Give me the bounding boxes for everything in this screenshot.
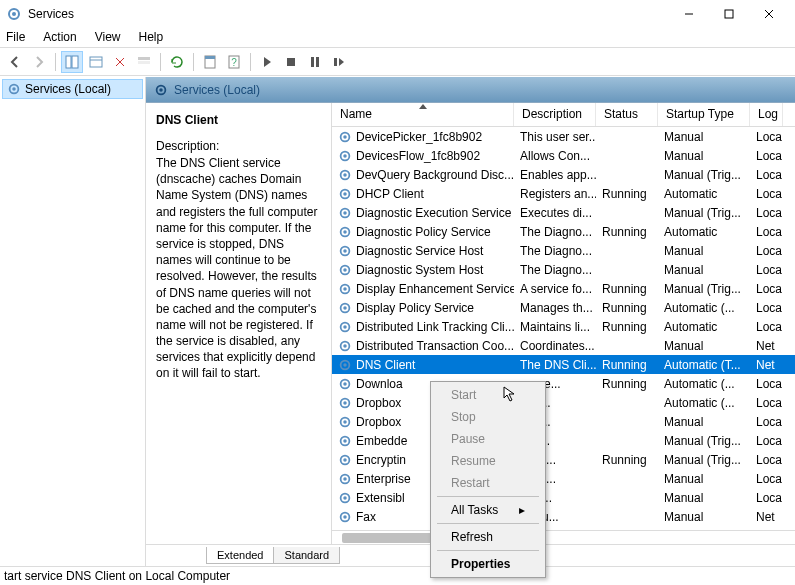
ctx-separator <box>437 496 539 497</box>
service-row[interactable]: Enterprises ent...ManualLoca <box>332 469 795 488</box>
ctx-resume[interactable]: Resume <box>433 450 543 472</box>
chevron-right-icon: ▸ <box>519 503 525 517</box>
svg-point-63 <box>343 477 347 481</box>
service-rows: DevicePicker_1fc8b902This user ser...Man… <box>332 127 795 530</box>
tab-standard[interactable]: Standard <box>273 547 340 564</box>
col-logon[interactable]: Log <box>750 103 783 126</box>
show-hide-tree-button[interactable] <box>61 51 83 73</box>
ctx-properties[interactable]: Properties <box>433 553 543 575</box>
svg-point-59 <box>343 439 347 443</box>
service-row[interactable]: Distributed Link Tracking Cli...Maintain… <box>332 317 795 336</box>
pane-header: Services (Local) <box>146 77 795 103</box>
svg-point-57 <box>343 420 347 424</box>
ctx-pause[interactable]: Pause <box>433 428 543 450</box>
service-row[interactable]: DHCP ClientRegisters an...RunningAutomat… <box>332 184 795 203</box>
svg-rect-15 <box>205 56 215 59</box>
col-description[interactable]: Description <box>514 103 596 126</box>
service-row[interactable]: Faxs you...ManualNet <box>332 507 795 526</box>
col-startup-type[interactable]: Startup Type <box>658 103 750 126</box>
service-row[interactable]: DevQuery Background Disc...Enables app..… <box>332 165 795 184</box>
service-row[interactable]: Diagnostic Service HostThe Diagno...Manu… <box>332 241 795 260</box>
service-row[interactable]: DNS ClientThe DNS Cli...RunningAutomatic… <box>332 355 795 374</box>
help-button[interactable]: ? <box>223 51 245 73</box>
close-button[interactable] <box>749 0 789 28</box>
menu-file[interactable]: File <box>4 28 27 47</box>
tab-extended[interactable]: Extended <box>206 547 274 564</box>
service-row[interactable]: Display Enhancement ServiceA service fo.… <box>332 279 795 298</box>
start-service-button[interactable] <box>256 51 278 73</box>
svg-point-39 <box>343 249 347 253</box>
service-row[interactable]: Display Policy ServiceManages th...Runni… <box>332 298 795 317</box>
pause-service-button[interactable] <box>304 51 326 73</box>
col-name[interactable]: Name <box>332 103 514 126</box>
stop-service-button[interactable] <box>280 51 302 73</box>
ctx-start[interactable]: Start <box>433 384 543 406</box>
description-pane: DNS Client Description: The DNS Client s… <box>146 103 332 544</box>
svg-point-1 <box>12 12 16 16</box>
services-icon <box>6 6 22 22</box>
restart-service-button[interactable] <box>328 51 350 73</box>
service-row[interactable]: Downloaws se...RunningAutomatic (...Loca <box>332 374 795 393</box>
service-row[interactable]: DevicePicker_1fc8b902This user ser...Man… <box>332 127 795 146</box>
svg-point-49 <box>343 344 347 348</box>
context-menu: Start Stop Pause Resume Restart All Task… <box>430 381 546 578</box>
services-icon <box>154 83 168 97</box>
svg-point-51 <box>343 363 347 367</box>
service-list: Name Description Status Startup Type Log… <box>332 103 795 544</box>
refresh-button[interactable] <box>166 51 188 73</box>
svg-rect-20 <box>316 57 319 67</box>
horizontal-scrollbar[interactable] <box>332 530 795 544</box>
svg-rect-19 <box>311 57 314 67</box>
properties-button[interactable] <box>199 51 221 73</box>
service-row[interactable]: Distributed Transaction Coo...Coordinate… <box>332 336 795 355</box>
ctx-all-tasks[interactable]: All Tasks▸ <box>433 499 543 521</box>
tree-pane: Services (Local) <box>0 77 146 566</box>
service-row[interactable]: Dropboxour ...ManualLoca <box>332 412 795 431</box>
service-row[interactable]: Embeddebed...Manual (Trig...Loca <box>332 431 795 450</box>
svg-point-61 <box>343 458 347 462</box>
menu-help[interactable]: Help <box>137 28 166 47</box>
svg-point-65 <box>343 496 347 500</box>
service-row[interactable]: Diagnostic Execution ServiceExecutes di.… <box>332 203 795 222</box>
svg-point-53 <box>343 382 347 386</box>
service-row[interactable]: Diagnostic Policy ServiceThe Diagno...Ru… <box>332 222 795 241</box>
service-row[interactable]: Dropboxour ...Automatic (...Loca <box>332 393 795 412</box>
column-headers: Name Description Status Startup Type Log <box>332 103 795 127</box>
description-label: Description: <box>156 139 321 153</box>
back-button[interactable] <box>4 51 26 73</box>
delete-button[interactable] <box>109 51 131 73</box>
pane-header-title: Services (Local) <box>174 83 260 97</box>
svg-rect-12 <box>138 57 150 60</box>
svg-point-23 <box>12 87 16 91</box>
ctx-refresh[interactable]: Refresh <box>433 526 543 548</box>
svg-point-33 <box>343 192 347 196</box>
svg-rect-21 <box>334 58 337 66</box>
filter-button[interactable] <box>133 51 155 73</box>
export-button[interactable] <box>85 51 107 73</box>
selected-service-name: DNS Client <box>156 113 321 127</box>
svg-point-55 <box>343 401 347 405</box>
menu-view[interactable]: View <box>93 28 123 47</box>
svg-rect-18 <box>287 58 295 66</box>
svg-rect-3 <box>725 10 733 18</box>
ctx-stop[interactable]: Stop <box>433 406 543 428</box>
tree-node-services-local[interactable]: Services (Local) <box>2 79 143 99</box>
service-row[interactable]: Diagnostic System HostThe Diagno...Manua… <box>332 260 795 279</box>
maximize-button[interactable] <box>709 0 749 28</box>
forward-button[interactable] <box>28 51 50 73</box>
menubar: File Action View Help <box>0 28 795 48</box>
main-area: Services (Local) Services (Local) DNS Cl… <box>0 76 795 566</box>
ctx-separator <box>437 523 539 524</box>
service-row[interactable]: Extensiblensi...ManualLoca <box>332 488 795 507</box>
svg-point-35 <box>343 211 347 215</box>
service-row[interactable]: DevicesFlow_1fc8b902Allows Con...ManualL… <box>332 146 795 165</box>
minimize-button[interactable] <box>669 0 709 28</box>
col-status[interactable]: Status <box>596 103 658 126</box>
ctx-restart[interactable]: Restart <box>433 472 543 494</box>
svg-point-27 <box>343 135 347 139</box>
svg-point-41 <box>343 268 347 272</box>
menu-action[interactable]: Action <box>41 28 78 47</box>
svg-point-37 <box>343 230 347 234</box>
service-row[interactable]: Encryptines th...RunningManual (Trig...L… <box>332 450 795 469</box>
titlebar: Services <box>0 0 795 28</box>
